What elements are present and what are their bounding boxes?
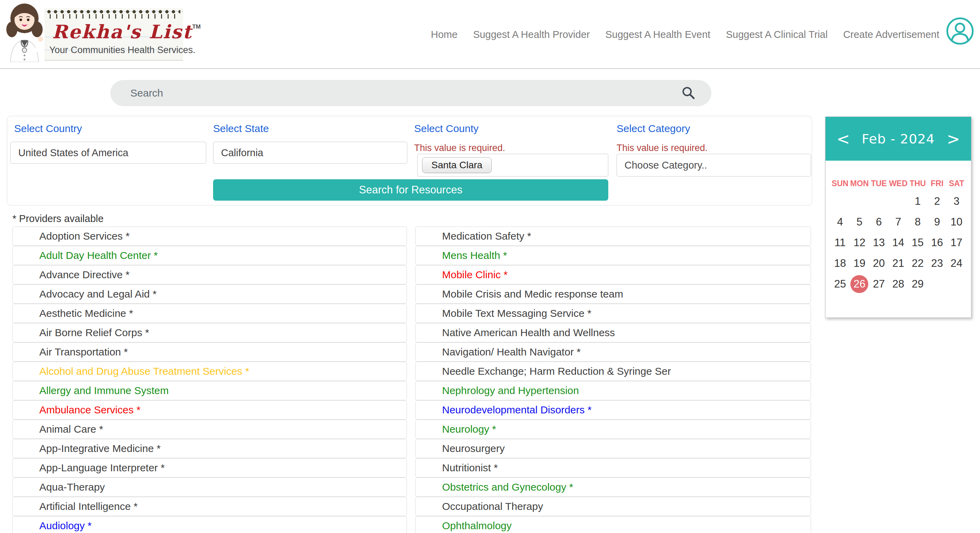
calendar-header: < Feb - 2024 > (826, 117, 971, 161)
category-list-item[interactable]: Needle Exchange; Harm Reduction & Syring… (415, 362, 811, 381)
county-chip[interactable]: Santa Clara (422, 157, 492, 173)
category-required-error: This value is required. (617, 143, 708, 153)
category-list-item[interactable]: Animal Care * (13, 420, 407, 439)
category-list-item[interactable]: Aesthetic Medicine * (13, 304, 407, 323)
calendar-day-cell[interactable] (830, 191, 850, 212)
category-label: Mobile Crisis and Medic response team (442, 288, 623, 300)
category-list-item[interactable]: Native American Health and Wellness (415, 323, 811, 342)
calendar-day-cell[interactable]: 11 (830, 232, 850, 253)
category-list-item[interactable]: Mobile Crisis and Medic response team (415, 285, 811, 304)
calendar-day-cell[interactable]: 22 (908, 253, 927, 274)
category-list-item[interactable]: Adoption Services * (13, 226, 407, 246)
calendar-day-cell[interactable] (869, 191, 889, 212)
calendar-day-cell[interactable]: 26 (850, 274, 869, 294)
category-list-item[interactable]: App-Language Interpreter * (13, 458, 407, 477)
search-for-resources-button[interactable]: Search for Resources (213, 179, 608, 200)
calendar-day-cell[interactable]: 3 (947, 191, 966, 212)
calendar-day-cell[interactable]: 25 (830, 274, 850, 294)
calendar-day-cell[interactable] (927, 274, 947, 294)
brand-title-line: Rekha's ListTM (52, 21, 201, 43)
calendar-day-number: 24 (948, 255, 966, 272)
category-list-item[interactable]: App-Integrative Medicine * (13, 439, 407, 458)
calendar-day-number (870, 193, 888, 210)
category-list-item[interactable]: Mobile Clinic * (415, 265, 811, 285)
calendar-day-cell[interactable] (947, 274, 966, 294)
category-list-item[interactable]: Artificial Intelligence * (13, 497, 407, 516)
calendar-day-cell[interactable]: 2 (927, 191, 947, 212)
calendar-day-cell[interactable]: 27 (869, 274, 889, 294)
calendar-day-cell[interactable]: 29 (908, 274, 927, 294)
nav-link[interactable]: Suggest A Health Provider (473, 29, 590, 40)
calendar-day-cell[interactable]: 12 (850, 232, 869, 253)
calendar-day-cell[interactable]: 15 (908, 232, 927, 253)
calendar-day-number: 23 (928, 255, 946, 272)
category-list-item[interactable]: Nephrology and Hypertension (415, 381, 811, 400)
category-label: Nephrology and Hypertension (442, 385, 579, 396)
nav-link[interactable]: Suggest A Health Event (605, 29, 710, 40)
calendar-day-cell[interactable]: 17 (947, 232, 966, 253)
category-list-item[interactable]: Neurology * (415, 420, 811, 439)
category-list-item[interactable]: Mobile Text Messaging Service * (415, 304, 811, 323)
calendar-day-number (928, 275, 946, 293)
calendar-day-cell[interactable]: 16 (927, 232, 947, 253)
category-list-item[interactable]: Obstetrics and Gynecology * (415, 477, 811, 497)
category-list-item[interactable]: Medication Safety * (415, 226, 811, 246)
calendar-day-cell[interactable]: 14 (889, 232, 908, 253)
notepad-spiral-binding-icon (47, 10, 180, 19)
site-logo[interactable]: Rekha's ListTM Your Communities Health S… (6, 3, 182, 62)
country-select[interactable] (10, 142, 206, 164)
calendar-weekday-label: SAT (947, 176, 966, 191)
category-list-item[interactable]: Ambulance Services * (13, 400, 407, 420)
nav-link[interactable]: Home (431, 29, 458, 40)
category-label: Neurosurgery (442, 443, 505, 454)
calendar-day-cell[interactable]: 20 (869, 253, 889, 274)
category-list-item[interactable]: Audiology * (13, 516, 407, 533)
calendar-day-cell[interactable]: 18 (830, 253, 850, 274)
calendar-day-cell[interactable] (889, 191, 908, 212)
category-list-item[interactable]: Nutritionist * (415, 458, 811, 477)
calendar-day-cell[interactable]: 28 (889, 274, 908, 294)
category-list-item[interactable]: Advocacy and Legal Aid * (13, 285, 407, 304)
category-list-item[interactable]: Allergy and Immune System (13, 381, 407, 400)
category-list-item[interactable]: Occupational Therapy (415, 497, 811, 516)
calendar-next-button[interactable]: > (945, 130, 962, 147)
calendar-day-number (831, 193, 849, 210)
category-list-item[interactable]: Adult Day Health Center * (13, 246, 407, 265)
category-label: Ophthalmology (442, 520, 512, 531)
calendar-prev-button[interactable]: < (834, 130, 852, 147)
calendar-day-cell[interactable]: 21 (889, 253, 908, 274)
calendar-day-cell[interactable]: 1 (908, 191, 927, 212)
state-select[interactable] (213, 142, 407, 164)
category-list-item[interactable]: Aqua-Therapy (13, 477, 407, 497)
user-account-button[interactable] (945, 16, 974, 46)
category-label: Medication Safety * (442, 230, 531, 242)
calendar-day-cell[interactable]: 24 (947, 253, 966, 274)
calendar-day-cell[interactable]: 9 (927, 212, 947, 232)
category-list-item[interactable]: Neurosurgery (415, 439, 811, 458)
nav-link[interactable]: Create Advertisement (843, 29, 939, 40)
country-label: Select Country (14, 123, 82, 134)
county-select[interactable]: Santa Clara (417, 154, 608, 177)
calendar-day-cell[interactable]: 4 (830, 212, 850, 232)
category-select[interactable] (617, 154, 811, 177)
calendar-day-cell[interactable]: 5 (850, 212, 869, 232)
category-list-item[interactable]: Mens Health * (415, 246, 811, 265)
category-list-item[interactable]: Alcohol and Drug Abuse Treatment Service… (13, 362, 407, 381)
search-icon[interactable] (681, 86, 696, 101)
category-list-item[interactable]: Ophthalmology (415, 516, 811, 533)
category-list-item[interactable]: Neurodevelopmental Disorders * (415, 400, 811, 420)
category-list-item[interactable]: Advance Directive * (13, 265, 407, 285)
category-list-item[interactable]: Air Borne Relief Corps * (13, 323, 407, 342)
calendar-day-cell[interactable]: 13 (869, 232, 889, 253)
search-input[interactable] (130, 87, 681, 99)
calendar-day-cell[interactable]: 6 (869, 212, 889, 232)
calendar-day-cell[interactable]: 23 (927, 253, 947, 274)
calendar-day-cell[interactable]: 10 (947, 212, 966, 232)
category-list-item[interactable]: Air Transportation * (13, 342, 407, 362)
calendar-day-cell[interactable] (850, 191, 869, 212)
calendar-day-cell[interactable]: 19 (850, 253, 869, 274)
category-list-item[interactable]: Navigation/ Health Navigator * (415, 342, 811, 362)
nav-link[interactable]: Suggest A Clinical Trial (726, 29, 827, 40)
calendar-day-cell[interactable]: 8 (908, 212, 927, 232)
calendar-day-cell[interactable]: 7 (889, 212, 908, 232)
